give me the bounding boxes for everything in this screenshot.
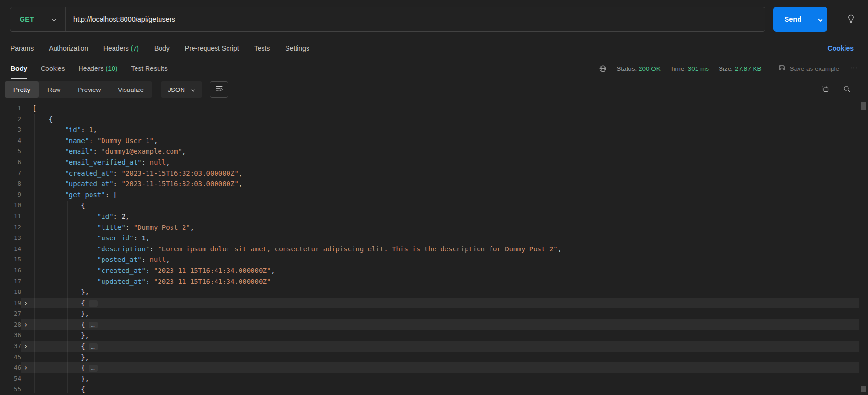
line-number: 8 (0, 179, 21, 190)
code-line: 12 "title": "Dummy Post 2", (0, 222, 859, 233)
line-body: "name": "Dummy User 1", (21, 135, 859, 147)
save-as-example-label: Save as example (789, 65, 839, 72)
line-body: }, (21, 287, 859, 298)
code-line: 36 }, (0, 330, 859, 341)
request-tabs: ParamsAuthorizationHeaders (7)BodyPre-re… (11, 45, 325, 52)
fold-gutter (21, 233, 31, 244)
request-bar: GET Send (0, 0, 868, 38)
size-value: 27.87 KB (735, 65, 762, 72)
vertical-scrollbar[interactable] (861, 102, 866, 110)
lightbulb-button[interactable] (846, 14, 856, 25)
request-tab-pre-request-script[interactable]: Pre-request Script (185, 45, 239, 52)
view-tab-raw[interactable]: Raw (39, 81, 69, 98)
response-tab-test-results[interactable]: Test Results (131, 58, 167, 79)
more-options-button[interactable] (850, 64, 857, 73)
code-line: 14 "description": "Lorem ipsum dolor sit… (0, 244, 859, 255)
line-number: 28 (0, 319, 21, 330)
request-tab-authorization[interactable]: Authorization (49, 45, 88, 52)
code-line-collapsed: 28› {… (0, 319, 859, 330)
request-tab-tests[interactable]: Tests (254, 45, 270, 52)
request-tab-headers[interactable]: Headers (7) (103, 45, 139, 52)
fold-gutter (21, 190, 31, 201)
line-body: › {… (21, 341, 859, 352)
send-options-button[interactable] (813, 7, 827, 32)
code-line: 7 "created_at": "2023-11-15T16:32:03.000… (0, 168, 859, 179)
search-button[interactable] (843, 85, 851, 95)
collapsed-ellipsis[interactable]: … (89, 365, 98, 372)
request-tab-settings[interactable]: Settings (285, 45, 309, 52)
fold-chevron-icon[interactable]: › (21, 341, 31, 352)
code-text: "title": "Dummy Post 2", (31, 222, 859, 233)
line-number: 4 (0, 135, 21, 147)
save-as-example-button[interactable]: Save as example (778, 64, 839, 73)
line-body: }, (21, 352, 859, 363)
line-number: 45 (0, 352, 21, 363)
collapsed-ellipsis[interactable]: … (89, 343, 98, 350)
line-number: 19 (0, 298, 21, 309)
fold-chevron-icon[interactable]: › (21, 362, 31, 373)
line-body: › {… (21, 362, 859, 373)
response-tabs: BodyCookiesHeaders(10)Test Results (11, 58, 181, 79)
code-text: }, (31, 352, 859, 363)
code-line: 15 "posted_at": null, (0, 254, 859, 265)
line-body: "email_verified_at": null, (21, 157, 859, 168)
code-line: 9 "get_post": [ (0, 190, 859, 201)
view-tab-visualize[interactable]: Visualize (109, 81, 152, 98)
line-number: 15 (0, 254, 21, 265)
code-text: "get_post": [ (31, 190, 859, 201)
wrap-text-button[interactable] (210, 81, 228, 98)
response-meta: Status: 200 OK Time: 301 ms Size: 27.87 … (599, 64, 857, 73)
response-tab-cookies[interactable]: Cookies (41, 58, 65, 79)
line-body: }, (21, 373, 859, 384)
code-text: }, (31, 308, 859, 319)
fold-gutter (21, 265, 31, 276)
request-tab-params[interactable]: Params (11, 45, 34, 52)
line-body: "user_id": 1, (21, 233, 859, 244)
cookies-link[interactable]: Cookies (828, 45, 854, 52)
language-label: JSON (168, 86, 185, 93)
copy-button[interactable] (821, 85, 829, 95)
collapsed-ellipsis[interactable]: … (89, 300, 98, 307)
code-text: "name": "Dummy User 1", (31, 135, 859, 147)
method-dropdown[interactable]: GET (10, 7, 65, 31)
fold-gutter (21, 146, 31, 157)
globe-icon[interactable] (599, 65, 607, 73)
line-body: [ (21, 103, 859, 114)
line-number: 14 (0, 244, 21, 255)
code-text: { (31, 114, 859, 125)
collapsed-ellipsis[interactable]: … (89, 322, 98, 328)
fold-gutter (21, 373, 31, 384)
line-number: 16 (0, 265, 21, 276)
request-tabs-bar: ParamsAuthorizationHeaders (7)BodyPre-re… (0, 38, 868, 58)
fold-gutter (21, 124, 31, 135)
code-text: { (31, 384, 859, 395)
time-value: 301 ms (688, 65, 709, 72)
code-text: { (31, 200, 859, 211)
line-number: 36 (0, 330, 21, 341)
toolbar-right-icons (821, 85, 851, 95)
line-body: "posted_at": null, (21, 254, 859, 265)
response-tab-headers[interactable]: Headers(10) (79, 58, 118, 79)
scrollbar-corner[interactable] (861, 386, 866, 392)
fold-chevron-icon[interactable]: › (21, 298, 31, 309)
fold-gutter (21, 114, 31, 125)
line-body: "title": "Dummy Post 2", (21, 222, 859, 233)
line-body: "email": "dummy1@example.com", (21, 146, 859, 157)
code-line: 54 }, (0, 373, 859, 384)
fold-chevron-icon[interactable]: › (21, 319, 31, 330)
fold-gutter (21, 135, 31, 147)
request-tab-body[interactable]: Body (154, 45, 170, 52)
code-line: 8 "updated_at": "2023-11-15T16:32:03.000… (0, 179, 859, 190)
response-tab-body[interactable]: Body (11, 58, 27, 79)
copy-icon (821, 85, 829, 95)
url-input[interactable] (65, 7, 765, 31)
view-tab-preview[interactable]: Preview (69, 81, 109, 98)
indent-guide (67, 201, 68, 393)
fold-gutter (21, 276, 31, 287)
language-dropdown[interactable]: JSON (161, 81, 202, 98)
view-switcher: PrettyRawPreviewVisualize (5, 81, 152, 98)
chevron-down-icon (191, 86, 195, 93)
view-tab-pretty[interactable]: Pretty (5, 81, 39, 98)
search-icon (843, 85, 851, 95)
send-button[interactable]: Send (773, 7, 813, 32)
